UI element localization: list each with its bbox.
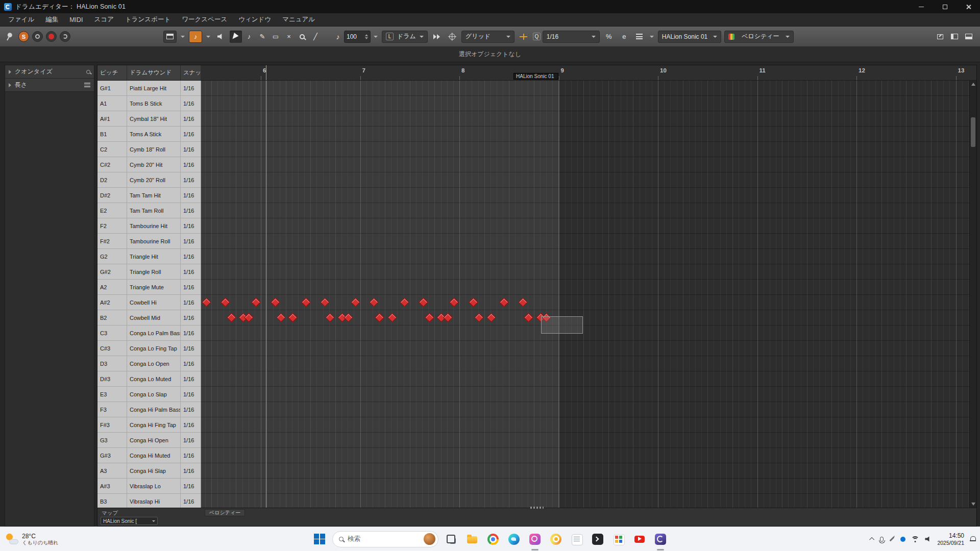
taskbar-app-terminal[interactable] — [590, 531, 606, 547]
drum-row[interactable]: A#3Vibraslap Lo1/16 — [97, 479, 201, 494]
double-arrow-button[interactable] — [431, 31, 443, 43]
quantize-panel-header[interactable]: クオンタイズ — [5, 65, 94, 79]
drum-row[interactable]: A3Conga Hi Slap1/16 — [97, 463, 201, 479]
drum-row[interactable]: E3Conga Lo Slap1/16 — [97, 387, 201, 402]
menu-item[interactable]: トランスポート — [119, 13, 176, 26]
length-panel-header[interactable]: 長さ — [5, 79, 94, 92]
object-select-tool-button[interactable] — [230, 31, 242, 43]
panel-menu-icon[interactable] — [84, 83, 90, 87]
quantize-dropdown[interactable]: 1/16 — [543, 31, 600, 43]
drum-row[interactable]: G#3Conga Hi Muted1/16 — [97, 448, 201, 463]
drum-row[interactable]: D3Conga Lo Open1/16 — [97, 356, 201, 371]
left-zone-toggle-button[interactable] — [948, 31, 961, 43]
scrollbar-thumb[interactable] — [971, 117, 975, 147]
taskbar-app-edge[interactable] — [506, 531, 522, 547]
taskbar-app-chrome[interactable] — [485, 531, 501, 547]
pitch-column-header[interactable]: ピッチ — [97, 65, 127, 80]
timeline-ruler[interactable]: 678910111213HALion Sonic 01 — [201, 65, 976, 80]
vertical-scrollbar[interactable] — [969, 81, 976, 508]
taskbar-app-video-app[interactable] — [631, 531, 648, 547]
drum-row[interactable]: C#2Cymb 20" Hit1/16 — [97, 157, 201, 172]
taskbar-app-file-explorer[interactable] — [464, 531, 480, 547]
volume-icon[interactable] — [925, 536, 932, 542]
layers-dropdown-arrow[interactable] — [650, 36, 654, 38]
acoustic-feedback-button[interactable] — [32, 31, 43, 42]
minimize-button[interactable] — [910, 0, 933, 13]
menu-item[interactable]: マニュアル — [277, 13, 321, 26]
bluetooth-icon[interactable] — [900, 537, 905, 542]
drum-row[interactable]: G#2Triangle Roll1/16 — [97, 264, 201, 280]
snap-column-header[interactable]: スナップ — [181, 65, 201, 80]
swing-quantize-button[interactable]: % — [603, 31, 615, 43]
drum-row[interactable]: F2Tambourine Hit1/16 — [97, 218, 201, 234]
note-length-dropdown[interactable]: L ドラム — [382, 31, 428, 43]
record-in-editor-button[interactable] — [46, 31, 57, 42]
drum-row[interactable]: B1Toms A Stick1/16 — [97, 127, 201, 142]
loop-button[interactable] — [60, 31, 70, 42]
scroll-up-icon[interactable] — [971, 83, 975, 86]
microphone-icon[interactable] — [880, 537, 884, 542]
pen-icon[interactable] — [890, 537, 895, 542]
taskbar-app-notes-app[interactable] — [569, 531, 585, 547]
drum-row[interactable]: A#1Cymbal 18" Hit1/16 — [97, 111, 201, 127]
event-colors-button[interactable]: ♪ — [189, 31, 202, 43]
drum-row[interactable]: D#2Tam Tam Hit1/16 — [97, 188, 201, 203]
grid-type-dropdown[interactable]: グリッド — [461, 31, 514, 43]
zoom-tool-button[interactable] — [296, 31, 308, 43]
drum-row[interactable]: G2Triangle Hit1/16 — [97, 249, 201, 264]
drum-map-dropdown[interactable]: HALion Sonic [ — [101, 517, 158, 525]
lane-resize-handle[interactable] — [530, 507, 544, 509]
menu-item[interactable]: ウィンドウ — [233, 13, 277, 26]
drum-row[interactable]: G3Conga Hi Open1/16 — [97, 433, 201, 448]
open-in-window-button[interactable] — [934, 31, 946, 43]
mute-tool-button[interactable]: × — [283, 31, 295, 43]
window-layout-button[interactable] — [163, 31, 177, 43]
drum-row[interactable]: A1Toms B Stick1/16 — [97, 96, 201, 111]
taskbar-app-chrome-2[interactable] — [548, 531, 564, 547]
event-color-scheme-dropdown[interactable]: ベロシティー — [724, 31, 794, 43]
drum-row[interactable]: F#3Conga Hi Fing Tap1/16 — [97, 417, 201, 433]
drum-row[interactable]: B2Cowbell Mid1/16 — [97, 310, 201, 325]
tray-overflow-icon[interactable] — [870, 537, 875, 542]
edited-part-dropdown[interactable]: HALion Sonic 01 — [658, 31, 721, 43]
lane-layers-button[interactable] — [633, 31, 646, 43]
menu-item[interactable]: 編集 — [40, 13, 64, 26]
feedback-speaker-button[interactable] — [214, 31, 227, 43]
drum-row[interactable]: C2Cymb 18" Roll1/16 — [97, 142, 201, 157]
insert-velocity-spinner[interactable]: 100 — [344, 31, 371, 43]
auto-select-controllers-button[interactable] — [446, 31, 458, 43]
notifications-icon[interactable] — [970, 536, 976, 542]
project-cursor[interactable] — [266, 81, 266, 508]
midi-step-input-button[interactable] — [518, 31, 530, 43]
drum-row[interactable]: A#2Cowbell Hi1/16 — [97, 295, 201, 310]
drum-row[interactable]: E2Tam Tam Roll1/16 — [97, 203, 201, 218]
start-button[interactable] — [311, 531, 328, 547]
scroll-down-icon[interactable] — [971, 503, 975, 506]
taskbar-app-task-view[interactable] — [443, 531, 459, 547]
maximize-button[interactable] — [933, 0, 957, 13]
pin-icon[interactable] — [3, 30, 15, 43]
magnifier-icon[interactable] — [86, 70, 90, 74]
drumstick-tool-button[interactable]: ♪ — [243, 31, 255, 43]
clock[interactable]: 14:50 2025/09/21 — [937, 532, 964, 546]
edit-quantize-button[interactable]: e — [618, 31, 630, 43]
menu-item[interactable]: スコア — [89, 13, 119, 26]
window-layout-dropdown-arrow[interactable] — [181, 36, 185, 38]
note-grid[interactable] — [201, 81, 969, 508]
velocity-lane-tab[interactable]: ベロシティー — [205, 509, 245, 516]
drum-row[interactable]: G#1Piatti Large Hit1/16 — [97, 81, 201, 96]
drum-row[interactable]: F3Conga Hi Palm Bass1/16 — [97, 402, 201, 417]
drum-row[interactable]: D#3Conga Lo Muted1/16 — [97, 371, 201, 387]
close-button[interactable] — [957, 0, 980, 13]
drum-row[interactable]: B3Vibraslap Hi1/16 — [97, 494, 201, 508]
lower-zone-toggle-button[interactable] — [963, 31, 975, 43]
spinner-arrows-icon[interactable] — [365, 34, 368, 39]
wifi-icon[interactable] — [911, 536, 919, 542]
taskbar-app-media-app[interactable] — [527, 531, 543, 547]
drum-row[interactable]: F#2Tambourine Roll1/16 — [97, 234, 201, 249]
draw-tool-button[interactable]: ✎ — [256, 31, 268, 43]
event-colors-dropdown-arrow[interactable] — [206, 36, 210, 38]
taskbar-app-office-app[interactable] — [610, 531, 627, 547]
drum-row[interactable]: C3Conga Lo Palm Bass1/16 — [97, 325, 201, 341]
solo-editor-button[interactable]: S — [18, 31, 29, 42]
